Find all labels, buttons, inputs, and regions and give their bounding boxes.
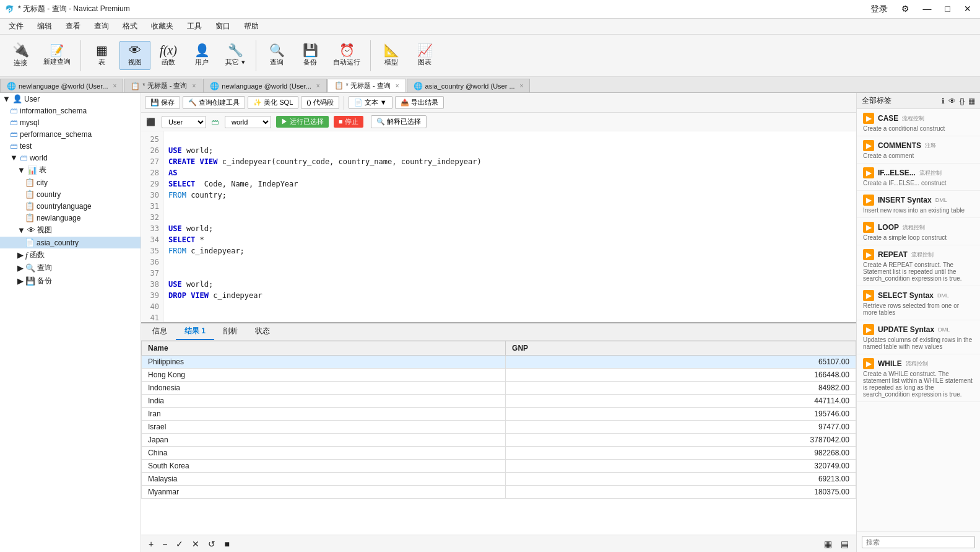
table-row[interactable]: South Korea320749.00 (142, 460, 856, 473)
menu-tools[interactable]: 工具 (181, 19, 208, 33)
toolbar-function[interactable]: f(x) 函数 (153, 42, 184, 69)
table-row[interactable]: India447114.00 (142, 395, 856, 408)
refresh-btn[interactable]: ↺ (206, 538, 218, 550)
tab-close-2[interactable]: × (192, 82, 196, 89)
close-btn[interactable]: ✕ (960, 2, 975, 16)
create-tool-btn[interactable]: 🔨 查询创建工具 (183, 96, 245, 109)
tab-close-1[interactable]: × (113, 82, 116, 89)
menu-format[interactable]: 格式 (116, 19, 144, 33)
discard-btn[interactable]: ✕ (189, 538, 202, 550)
toolbar-table[interactable]: ▦ 表 (86, 42, 117, 69)
code-snippet-btn[interactable]: () 代码段 (301, 96, 339, 109)
grid-view-1-btn[interactable]: ▦ (822, 538, 835, 550)
delete-row-btn[interactable]: − (160, 538, 170, 550)
text-btn[interactable]: 📄 文本 ▼ (349, 96, 392, 109)
sidebar-item-backups[interactable]: ▶ 💾 备份 (0, 274, 141, 287)
tab-untitled-1[interactable]: 📋 * 无标题 - 查询 × (124, 79, 202, 92)
check-btn[interactable]: ✓ (173, 538, 186, 550)
table-row[interactable]: Israel97477.00 (142, 421, 856, 434)
toolbar-model[interactable]: 📐 模型 (376, 42, 407, 69)
right-panel-item-insert[interactable]: ▶ INSERT Syntax DML Insert new rows into… (857, 191, 980, 218)
right-panel-item-repeat[interactable]: ▶ REPEAT 流程控制 Create A REPEAT construct.… (857, 245, 980, 286)
tab-newlanguage-1[interactable]: 🌐 newlanguage @world (User... × (0, 79, 123, 92)
sidebar-item-test[interactable]: 🗃 test (0, 140, 141, 152)
grid-icon[interactable]: ▦ (968, 97, 975, 105)
code-editor[interactable]: 2526272829303132333435363738394041424344… (141, 131, 856, 323)
right-panel-item-update[interactable]: ▶ UPDATE Syntax DML Updates columns of e… (857, 320, 980, 354)
toolbar-new-query[interactable]: 📝 新建查询 (38, 42, 76, 69)
col-header-name[interactable]: Name (142, 341, 506, 356)
tab-asia-country[interactable]: 🌐 asia_country @world (User ... × (407, 79, 531, 92)
sidebar-item-queries[interactable]: ▶ 🔍 查询 (0, 261, 141, 274)
save-btn[interactable]: 💾 保存 (145, 96, 180, 109)
tab-newlanguage-2[interactable]: 🌐 newlanguage @world (User... × (203, 79, 326, 92)
stop-btn[interactable]: ■ 停止 (334, 116, 363, 128)
explain-btn[interactable]: 🔍 解释已选择 (371, 115, 427, 128)
sidebar-item-functions[interactable]: ▶ f 函数 (0, 248, 141, 261)
tab-status[interactable]: 状态 (246, 323, 279, 340)
tab-untitled-active[interactable]: 📋 * 无标题 - 查询 × (327, 79, 406, 92)
toolbar-query[interactable]: 🔍 查询 (261, 42, 292, 69)
col-header-gnp[interactable]: GNP (506, 341, 856, 356)
menu-window[interactable]: 窗口 (209, 19, 236, 33)
right-panel-item-comments[interactable]: ▶ COMMENTS 注释 Create a comment (857, 136, 980, 164)
tab-info[interactable]: 信息 (144, 323, 176, 340)
code-content[interactable]: USE world;CREATE VIEW c_indepyear(countr… (163, 131, 856, 323)
table-row[interactable]: Hong Kong166448.00 (142, 369, 856, 382)
sidebar-item-asia-country[interactable]: 📄 asia_country (0, 237, 141, 248)
right-panel-item-while[interactable]: ▶ WHILE 流程控制 Create a WHILE construct. T… (857, 354, 980, 402)
sidebar-item-countrylanguage[interactable]: 📋 countrylanguage (0, 200, 141, 212)
tab-close-5[interactable]: × (520, 82, 524, 89)
table-row[interactable]: Indonesia84982.00 (142, 382, 856, 395)
grid-view-2-btn[interactable]: ▤ (838, 538, 851, 550)
sidebar-item-newlanguage[interactable]: 📋 newlanguage (0, 212, 141, 224)
sidebar-item-user[interactable]: ▼ 👤 User (0, 93, 141, 105)
table-row[interactable]: Philippines65107.00 (142, 356, 856, 369)
tab-profile[interactable]: 剖析 (214, 323, 246, 340)
menu-view[interactable]: 查看 (59, 19, 87, 33)
table-row[interactable]: Japan3787042.00 (142, 434, 856, 447)
menu-edit[interactable]: 编辑 (31, 19, 58, 33)
stop-results-btn[interactable]: ■ (222, 538, 232, 550)
eye-icon[interactable]: 👁 (948, 97, 956, 105)
sidebar-item-mysql[interactable]: 🗃 mysql (0, 116, 141, 128)
sidebar-item-views[interactable]: ▼ 👁 视图 (0, 224, 141, 237)
table-row[interactable]: Myanmar180375.00 (142, 486, 856, 499)
toolbar-user[interactable]: 👤 用户 (186, 42, 217, 69)
run-selected-btn[interactable]: ▶ 运行已选择 (276, 116, 329, 128)
right-panel-item-ifelse[interactable]: ▶ IF...ELSE... 流程控制 Create a IF...ELSE..… (857, 164, 980, 191)
tab-close-3[interactable]: × (316, 82, 320, 89)
table-row[interactable]: Malaysia69213.00 (142, 473, 856, 486)
toolbar-backup[interactable]: 💾 备份 (295, 42, 326, 69)
sidebar-item-tables[interactable]: ▼ 📊 表 (0, 164, 141, 177)
right-panel-item-select[interactable]: ▶ SELECT Syntax DML Retrieve rows select… (857, 286, 980, 320)
right-panel-item-loop[interactable]: ▶ LOOP 流程控制 Create a simple loop constru… (857, 218, 980, 245)
beautify-btn[interactable]: ✨ 美化 SQL (248, 96, 298, 109)
toolbar-connect[interactable]: 🔌 连接 (5, 41, 36, 70)
toolbar-chart[interactable]: 📈 图表 (409, 42, 440, 69)
database-select[interactable]: world (225, 116, 271, 128)
user-select[interactable]: User (162, 116, 206, 128)
sidebar-item-perf-schema[interactable]: 🗃 performance_schema (0, 128, 141, 140)
sidebar-item-world[interactable]: ▼ 🗃 world (0, 152, 141, 164)
menu-help[interactable]: 帮助 (238, 19, 265, 33)
menu-file[interactable]: 文件 (2, 19, 30, 33)
maximize-btn[interactable]: □ (942, 2, 954, 16)
table-row[interactable]: China982268.00 (142, 447, 856, 460)
settings-btn[interactable]: ⚙ (898, 2, 913, 16)
right-panel-search[interactable] (862, 536, 975, 548)
info-icon[interactable]: ℹ (942, 97, 945, 105)
login-btn[interactable]: 登录 (867, 2, 891, 16)
sidebar-item-info-schema[interactable]: 🗃 information_schema (0, 105, 141, 116)
sidebar-item-city[interactable]: 📋 city (0, 177, 141, 188)
code-icon[interactable]: {} (960, 97, 965, 105)
menu-query[interactable]: 查询 (88, 19, 115, 33)
menu-favorites[interactable]: 收藏夹 (145, 19, 180, 33)
minimize-btn[interactable]: — (919, 2, 935, 16)
toolbar-view[interactable]: 👁 视图 (119, 41, 150, 70)
tab-results-1[interactable]: 结果 1 (176, 323, 214, 340)
toolbar-other[interactable]: 🔧 其它 ▾ (220, 42, 251, 69)
table-row[interactable]: Iran195746.00 (142, 408, 856, 421)
sidebar-item-country[interactable]: 📋 country (0, 188, 141, 200)
right-panel-item-case[interactable]: ▶ CASE 流程控制 Create a conditional constru… (857, 109, 980, 136)
